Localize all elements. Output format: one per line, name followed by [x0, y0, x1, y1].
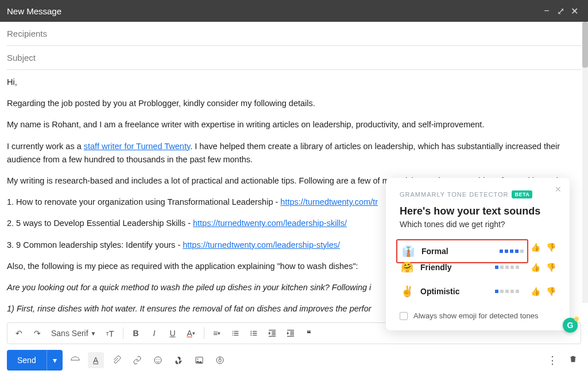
send-options-button[interactable]: ▾: [47, 350, 63, 371]
svg-point-0: [250, 331, 252, 332]
compose-titlebar: New Message − ⤢ ✕: [0, 0, 588, 22]
staff-writer-link[interactable]: staff writer for Turned Twenty: [84, 142, 190, 151]
tone-subtitle: Which tones did we get right?: [400, 220, 556, 229]
link-2[interactable]: https://turnedtwenty.com/leadership-skil…: [193, 219, 347, 228]
grammarly-tone-panel: ✕ GRAMMARLY TONE DETECTOR BETA Here's ho…: [386, 178, 570, 330]
tone-feedback: 👍👎: [531, 263, 556, 272]
close-icon[interactable]: ✕: [567, 6, 581, 17]
tone-feedback: 👍👎: [531, 287, 556, 296]
window-title: New Message: [7, 6, 540, 16]
body-text: I currently work as a staff writer for T…: [7, 140, 581, 166]
friendly-icon: 🤗: [400, 261, 415, 274]
tone-title: Here's how your text sounds: [400, 205, 556, 217]
tone-row-optimistic: ✌️ Optimistic 👍👎: [400, 279, 556, 303]
drive-icon[interactable]: [171, 352, 187, 368]
svg-point-1: [250, 333, 252, 334]
emoji-icon[interactable]: [150, 352, 166, 368]
body-text: Regarding the job posted by you at Probl…: [7, 97, 581, 110]
thumb-up-icon[interactable]: 👍: [531, 287, 540, 296]
svg-point-4: [156, 359, 157, 360]
link-icon[interactable]: [129, 352, 145, 368]
tone-brand: GRAMMARLY TONE DETECTOR BETA: [400, 190, 556, 198]
scrollbar-thumb[interactable]: [582, 22, 588, 68]
underline-button[interactable]: U: [165, 325, 181, 341]
confidential-icon[interactable]: [212, 352, 228, 368]
undo-button[interactable]: ↶: [11, 325, 27, 341]
bullet-list-button[interactable]: [246, 325, 262, 341]
svg-point-5: [158, 359, 159, 360]
thumb-down-icon[interactable]: 👎: [546, 287, 556, 296]
send-button-group: Send ▾: [7, 350, 63, 371]
svg-rect-9: [219, 360, 221, 362]
send-row: Send ▾ A ⋮: [0, 344, 588, 376]
svg-point-7: [197, 358, 198, 360]
tone-row-friendly: 🤗 Friendly 👍👎: [400, 255, 556, 279]
body-text: Hi,: [7, 76, 581, 89]
thumb-down-icon[interactable]: 👎: [546, 243, 556, 252]
discard-button[interactable]: [565, 354, 581, 367]
grammarly-badge-icon[interactable]: G: [563, 318, 578, 333]
align-button[interactable]: ≡▾: [209, 325, 225, 341]
quote-button[interactable]: ❝: [301, 325, 317, 341]
tone-score: [495, 290, 519, 293]
recipients-field[interactable]: Recipients: [7, 22, 581, 46]
link-3[interactable]: https://turnedtwenty.com/leadership-styl…: [183, 240, 340, 250]
minimize-icon[interactable]: −: [540, 6, 554, 16]
font-size-button[interactable]: тT: [102, 325, 118, 341]
indent-less-button[interactable]: [264, 325, 280, 341]
send-button[interactable]: Send: [7, 350, 47, 371]
indent-more-button[interactable]: [283, 325, 299, 341]
optimistic-icon: ✌️: [400, 285, 415, 298]
attach-icon[interactable]: [109, 352, 125, 368]
link-1[interactable]: https://turnedtwenty.com/tr: [280, 197, 378, 206]
tone-score: [495, 266, 519, 269]
tone-feedback: 👍👎: [531, 243, 556, 252]
more-options-button[interactable]: ⋮: [544, 354, 560, 367]
tone-label: Optimistic: [420, 287, 489, 296]
svg-point-3: [154, 357, 161, 364]
thumb-up-icon[interactable]: 👍: [531, 263, 540, 272]
font-select[interactable]: Sans Serif▼: [48, 329, 100, 338]
fullscreen-icon[interactable]: ⤢: [554, 6, 567, 17]
text-color-button[interactable]: A▾: [183, 325, 199, 341]
tone-score: [500, 250, 524, 253]
redo-button[interactable]: ↷: [29, 325, 45, 341]
tone-label: Formal: [421, 247, 494, 256]
beta-badge: BETA: [512, 190, 532, 198]
tone-close-icon[interactable]: ✕: [555, 185, 562, 194]
always-emoji-checkbox[interactable]: [400, 312, 408, 320]
body-text: My name is Rohant, and I am a freelance …: [7, 118, 581, 131]
reading-pane-icon[interactable]: [67, 352, 83, 368]
numbered-list-button[interactable]: [227, 325, 243, 341]
italic-button[interactable]: I: [146, 325, 163, 341]
thumb-up-icon[interactable]: 👍: [531, 243, 540, 252]
subject-field[interactable]: Subject: [7, 46, 581, 70]
tone-footer: Always show emoji for detected tones: [400, 311, 556, 320]
svg-point-2: [250, 334, 252, 336]
thumb-down-icon[interactable]: 👎: [546, 263, 556, 272]
image-icon[interactable]: [191, 352, 207, 368]
tone-label: Friendly: [420, 263, 489, 272]
format-toggle-button[interactable]: A: [88, 352, 104, 368]
bold-button[interactable]: B: [128, 325, 144, 341]
formal-icon: 👔: [401, 245, 416, 258]
